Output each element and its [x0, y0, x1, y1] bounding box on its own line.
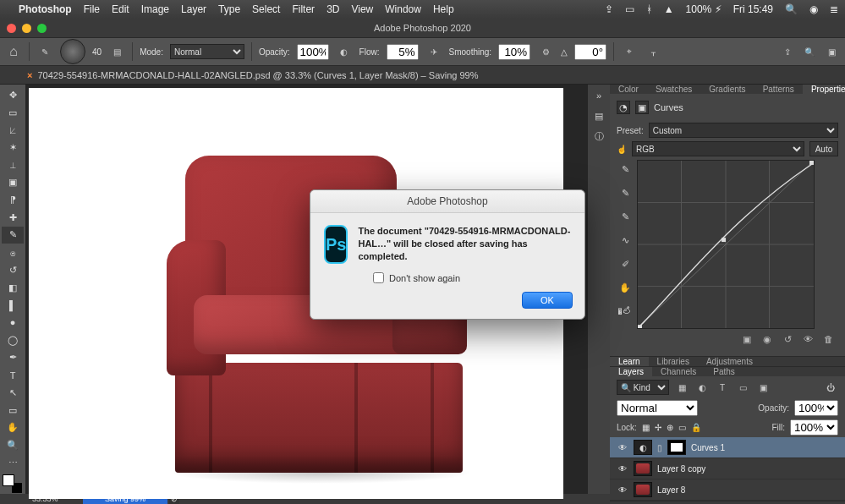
- lock-nest-icon[interactable]: ▭: [678, 423, 686, 432]
- dont-show-again[interactable]: Don't show again: [310, 269, 584, 283]
- tab-gradients[interactable]: Gradients: [700, 85, 754, 94]
- menu-window[interactable]: Window: [385, 3, 421, 15]
- lock-icon[interactable]: 🔒: [691, 423, 701, 432]
- tab-color[interactable]: Color: [610, 85, 647, 94]
- mask-icon[interactable]: ▣: [635, 101, 649, 114]
- lock-all-icon[interactable]: ▦: [642, 423, 650, 432]
- siri-icon[interactable]: ◉: [809, 3, 818, 15]
- histogram-icon[interactable]: �లి: [616, 302, 634, 320]
- layer-row[interactable]: 👁 Layer 8: [610, 479, 845, 501]
- type-tool[interactable]: T: [2, 366, 24, 384]
- display-icon[interactable]: ▭: [625, 3, 634, 15]
- filter-toggle-icon[interactable]: ⏻: [823, 380, 838, 395]
- sampler-black-icon[interactable]: ✎: [616, 207, 634, 226]
- lasso-tool[interactable]: ⟀: [2, 121, 24, 139]
- edit-toolbar[interactable]: ⋯: [2, 454, 24, 472]
- auto-button[interactable]: Auto: [809, 141, 838, 156]
- angle-input[interactable]: [574, 44, 606, 60]
- clip-icon[interactable]: ▣: [740, 332, 754, 346]
- dont-show-checkbox[interactable]: [373, 272, 384, 283]
- shape-tool[interactable]: ▭: [2, 402, 24, 419]
- clone-tool[interactable]: ⍟: [2, 244, 24, 261]
- frame-tool[interactable]: ▣: [2, 174, 24, 192]
- draw-curve-icon[interactable]: ✐: [616, 255, 634, 273]
- healing-tool[interactable]: ✚: [2, 209, 24, 227]
- tab-paths[interactable]: Paths: [705, 367, 743, 376]
- bluetooth-icon[interactable]: ᚼ: [646, 3, 652, 15]
- layer-name[interactable]: Curves 1: [691, 443, 725, 452]
- home-button[interactable]: ⌂: [5, 43, 22, 60]
- blend-mode-select[interactable]: Normal: [170, 44, 244, 59]
- share-icon[interactable]: ⇪: [779, 43, 796, 60]
- tab-channels[interactable]: Channels: [652, 367, 705, 376]
- spotlight-icon[interactable]: 🔍: [785, 3, 798, 15]
- tab-swatches[interactable]: Swatches: [647, 85, 700, 94]
- tab-libraries[interactable]: Libraries: [649, 357, 698, 366]
- document-close-icon[interactable]: ×: [27, 70, 32, 80]
- smoothing-input[interactable]: [498, 44, 530, 60]
- layer-name[interactable]: Layer 8 copy: [657, 464, 705, 474]
- filter-shape-icon[interactable]: ▭: [735, 380, 750, 395]
- tab-layers[interactable]: Layers: [610, 367, 652, 376]
- pressure-size-icon[interactable]: ⌖: [621, 43, 638, 60]
- view-previous-icon[interactable]: ◉: [760, 332, 774, 346]
- toggle-visibility-icon[interactable]: 👁: [801, 332, 815, 346]
- search-icon[interactable]: 🔍: [801, 43, 818, 60]
- history-brush-tool[interactable]: ↺: [2, 261, 24, 279]
- curves-graph[interactable]: [637, 160, 815, 329]
- brush-tool[interactable]: ✎: [2, 227, 24, 244]
- opacity-input[interactable]: [297, 44, 329, 60]
- sampler-white-icon[interactable]: ✎: [616, 160, 634, 178]
- dodge-tool[interactable]: ◯: [2, 331, 24, 349]
- brush-preset-picker[interactable]: [60, 39, 85, 64]
- app-name-menu[interactable]: Photoshop: [19, 3, 72, 15]
- visibility-icon[interactable]: 👁: [617, 443, 628, 452]
- color-swatches[interactable]: [3, 474, 23, 494]
- menu-help[interactable]: Help: [433, 3, 454, 15]
- path-tool[interactable]: ↖: [2, 384, 24, 402]
- document-tab[interactable]: 70429-554916-MRMACDONALD-HALL-02ANGLED.p…: [37, 70, 478, 80]
- lock-pixels-icon[interactable]: ⊕: [667, 423, 673, 432]
- menu-edit[interactable]: Edit: [112, 3, 129, 15]
- channel-select[interactable]: RGB: [632, 141, 804, 156]
- gradient-tool[interactable]: ▌: [2, 296, 24, 314]
- zoom-tool[interactable]: 🔍: [2, 436, 24, 454]
- quick-select-tool[interactable]: ✶: [2, 139, 24, 156]
- sampler-gray-icon[interactable]: ✎: [616, 184, 634, 202]
- ok-button[interactable]: OK: [522, 292, 573, 309]
- layer-fill[interactable]: 100%: [790, 419, 838, 436]
- tab-properties[interactable]: Properties: [803, 85, 845, 94]
- dropbox-icon[interactable]: ⇪: [605, 3, 613, 15]
- symmetry-icon[interactable]: ᚁ: [645, 43, 661, 60]
- filter-type-icon[interactable]: T: [715, 380, 730, 395]
- filter-adj-icon[interactable]: ◐: [694, 380, 710, 395]
- edit-points-icon[interactable]: ∿: [616, 231, 634, 249]
- wifi-icon[interactable]: ▲: [664, 3, 674, 15]
- brush-panel-toggle[interactable]: ▤: [108, 43, 125, 60]
- filter-pixel-icon[interactable]: ▦: [674, 380, 689, 395]
- marquee-tool[interactable]: ▭: [2, 104, 24, 122]
- battery-status[interactable]: 100% ⚡︎: [686, 3, 722, 15]
- smoothing-gear-icon[interactable]: ⚙: [537, 43, 554, 60]
- menu-image[interactable]: Image: [141, 3, 169, 15]
- notification-center-icon[interactable]: ≣: [830, 3, 838, 15]
- layer-filter-kind[interactable]: 🔍 Kind: [617, 380, 669, 395]
- expand-icon[interactable]: »: [590, 86, 608, 105]
- info-panel-icon[interactable]: ⓘ: [590, 127, 608, 145]
- menu-select[interactable]: Select: [252, 3, 280, 15]
- tab-learn[interactable]: Learn: [610, 357, 649, 366]
- pen-tool[interactable]: ✒: [2, 349, 24, 367]
- flow-input[interactable]: [387, 44, 419, 60]
- menu-file[interactable]: File: [84, 3, 100, 15]
- layer-name[interactable]: Layer 8: [657, 485, 685, 495]
- clock[interactable]: Fri 15:49: [733, 3, 773, 15]
- canvas-area[interactable]: Adobe Photoshop Ps The document "70429-5…: [25, 85, 588, 494]
- menu-filter[interactable]: Filter: [292, 3, 315, 15]
- history-panel-icon[interactable]: ▤: [590, 107, 608, 125]
- tab-patterns[interactable]: Patterns: [754, 85, 803, 94]
- menu-view[interactable]: View: [351, 3, 373, 15]
- lock-pos-icon[interactable]: ✢: [655, 423, 661, 432]
- menu-3d[interactable]: 3D: [326, 3, 339, 15]
- visibility-icon[interactable]: 👁: [617, 485, 628, 495]
- hand-tool[interactable]: ✋: [2, 419, 24, 436]
